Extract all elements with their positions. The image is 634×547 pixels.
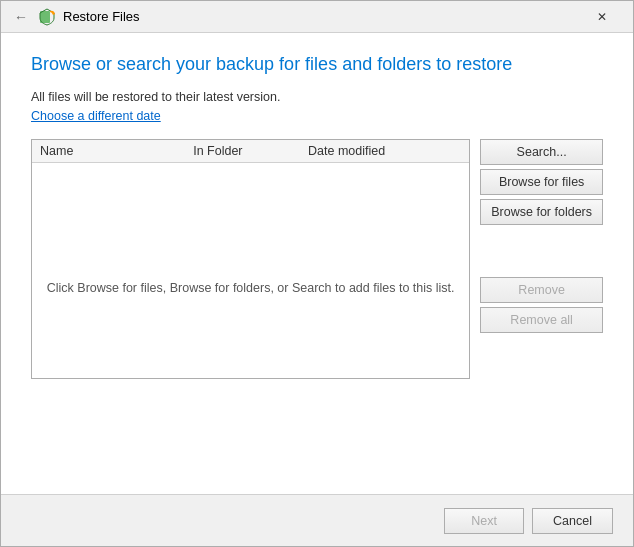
window-title: Restore Files — [63, 9, 140, 24]
browse-files-button[interactable]: Browse for files — [480, 169, 603, 195]
col-name-header: Name — [40, 144, 193, 158]
table-header: Name In Folder Date modified — [32, 140, 469, 163]
button-spacer — [480, 229, 603, 249]
info-text: All files will be restored to their late… — [31, 90, 603, 104]
window-icon — [39, 8, 57, 26]
col-date-header: Date modified — [308, 144, 461, 158]
title-bar: ← Restore Files ✕ — [1, 1, 633, 33]
col-folder-header: In Folder — [193, 144, 308, 158]
files-table: Name In Folder Date modified Click Brows… — [31, 139, 470, 379]
remove-all-button[interactable]: Remove all — [480, 307, 603, 333]
content-area: Browse or search your backup for files a… — [1, 33, 633, 399]
table-body: Click Browse for files, Browse for folde… — [32, 163, 469, 363]
remove-button[interactable]: Remove — [480, 277, 603, 303]
browse-folders-button[interactable]: Browse for folders — [480, 199, 603, 225]
bottom-bar: Next Cancel — [1, 494, 633, 546]
next-button[interactable]: Next — [444, 508, 524, 534]
action-buttons-panel: Search... Browse for files Browse for fo… — [480, 139, 603, 333]
cancel-button[interactable]: Cancel — [532, 508, 613, 534]
close-button[interactable]: ✕ — [579, 1, 625, 33]
button-spacer-2 — [480, 253, 603, 273]
main-area: Name In Folder Date modified Click Brows… — [31, 139, 603, 379]
back-button[interactable]: ← — [9, 5, 33, 29]
choose-date-link[interactable]: Choose a different date — [31, 109, 161, 123]
restore-files-window: ← Restore Files ✕ Browse or search your … — [0, 0, 634, 547]
title-bar-left: ← Restore Files — [9, 5, 140, 29]
search-button[interactable]: Search... — [480, 139, 603, 165]
empty-hint-text: Click Browse for files, Browse for folde… — [47, 281, 455, 295]
page-heading: Browse or search your backup for files a… — [31, 53, 603, 76]
